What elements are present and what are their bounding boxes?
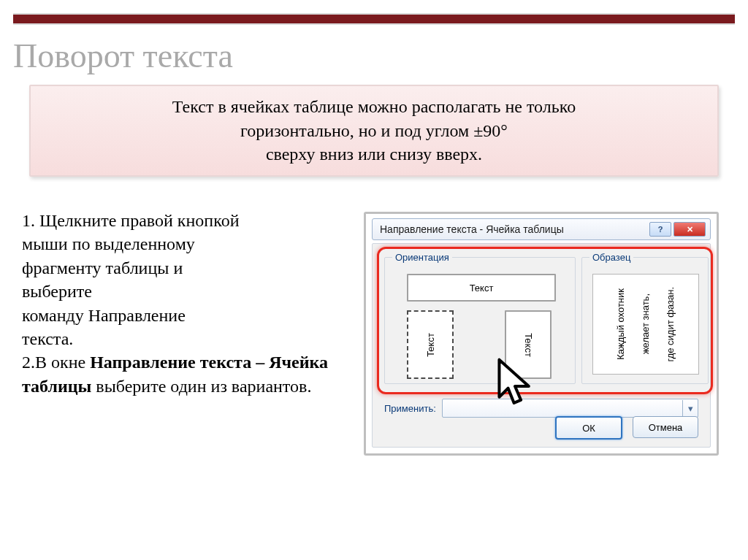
callout-box: Текст в ячейках таблице можно располагат… bbox=[29, 85, 719, 177]
text-line: фрагменту таблицы и bbox=[22, 258, 183, 277]
text-line: выберите один из вариантов. bbox=[91, 377, 311, 396]
button-label: Текст bbox=[522, 333, 533, 357]
help-button[interactable]: ? bbox=[649, 222, 671, 237]
callout-line: горизонтально, но и под углом ±90° bbox=[240, 119, 508, 142]
callout-line: сверху вниз или снизу вверх. bbox=[266, 142, 482, 166]
orientation-vertical-down-button[interactable]: Текст bbox=[505, 310, 552, 379]
orientation-horizontal-button[interactable]: Текст bbox=[407, 274, 556, 302]
cancel-button[interactable]: Отмена bbox=[633, 416, 698, 438]
text-line: выберите bbox=[22, 282, 92, 301]
close-button[interactable]: ✕ bbox=[673, 222, 706, 237]
sample-preview: Каждый охотник желает знать, где сидит ф… bbox=[592, 274, 699, 375]
text-line: команду Направление bbox=[22, 306, 186, 325]
slide-title: Поворот текста bbox=[13, 37, 233, 75]
orientation-group: Ориентация Текст Текст Текст bbox=[384, 257, 576, 384]
text-line: текста. bbox=[22, 329, 73, 348]
text-line: мыши по выделенному bbox=[22, 234, 195, 253]
chevron-down-icon: ▾ bbox=[682, 400, 698, 416]
ok-button[interactable]: ОК bbox=[555, 416, 622, 440]
instructions-text: 1. Щелкните правой кнопкой мыши по выдел… bbox=[22, 209, 329, 398]
text-line: 1. Щелкните правой кнопкой bbox=[22, 211, 239, 230]
group-label: Образец bbox=[589, 252, 633, 263]
dialog-button-row: ОК Отмена bbox=[555, 416, 698, 440]
sample-line: Каждый охотник bbox=[614, 288, 627, 360]
dialog-screenshot: Направление текста - Ячейка таблицы ? ✕ … bbox=[364, 212, 719, 456]
sample-line: желает знать, bbox=[639, 294, 652, 354]
apply-label: Применить: bbox=[384, 403, 436, 414]
dialog-body: Ориентация Текст Текст Текст Образец Каж… bbox=[372, 243, 711, 448]
orientation-vertical-up-button[interactable]: Текст bbox=[407, 310, 454, 379]
sample-group: Образец Каждый охотник желает знать, где… bbox=[581, 257, 709, 384]
group-label: Ориентация bbox=[392, 252, 452, 263]
dialog-titlebar: Направление текста - Ячейка таблицы ? ✕ bbox=[372, 218, 711, 240]
button-label: Текст bbox=[470, 283, 494, 294]
text-line: 2.В окне bbox=[22, 353, 90, 372]
dialog-title: Направление текста - Ячейка таблицы bbox=[377, 224, 647, 234]
sample-line: где сидит фазан. bbox=[664, 287, 677, 362]
apply-combo[interactable]: ▾ bbox=[442, 399, 698, 418]
accent-bar bbox=[13, 13, 735, 25]
callout-line: Текст в ячейках таблице можно располагат… bbox=[172, 95, 576, 118]
button-label: Текст bbox=[424, 333, 435, 357]
apply-row: Применить: ▾ bbox=[384, 399, 698, 418]
